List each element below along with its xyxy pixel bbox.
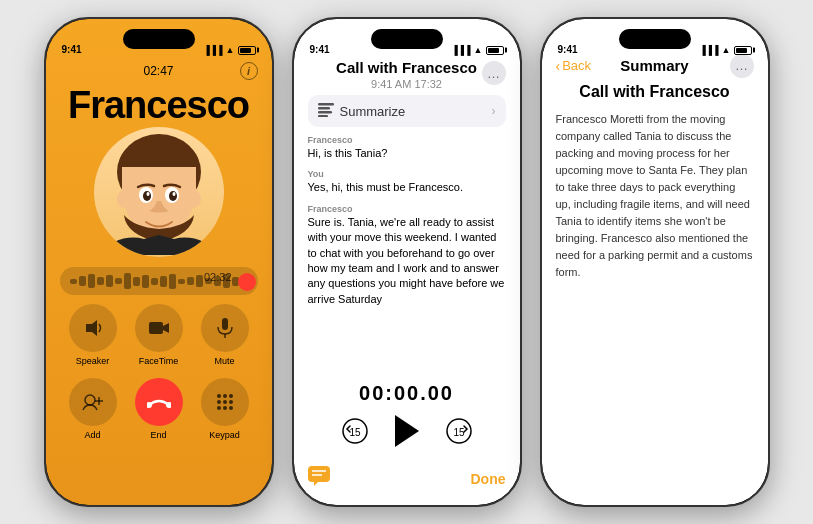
status-icons-1: ▐▐▐ ▲ [203,45,255,55]
mute-button[interactable]: Mute [201,304,249,366]
svg-rect-40 [308,466,330,482]
summarize-button[interactable]: Summarize › [308,95,506,127]
play-button[interactable] [389,413,425,449]
end-label: End [150,430,166,440]
memoji-face [94,127,224,257]
call-timer: 02:32 [204,271,232,283]
end-call-icon-circle [135,378,183,426]
facetime-icon-circle [135,304,183,352]
svg-marker-12 [86,320,97,336]
playback-time: 00:00.00 [359,382,454,405]
facetime-button[interactable]: FaceTime [135,304,183,366]
end-call-button[interactable]: End [135,378,183,440]
svg-point-22 [217,394,221,398]
add-icon-circle [69,378,117,426]
status-time-3: 9:41 [558,44,578,55]
svg-marker-14 [163,323,169,333]
transcript-title: Call with Francesco [324,59,490,77]
wave-segment [133,277,140,286]
back-label: Back [562,58,591,73]
svg-point-25 [217,400,221,404]
svg-point-17 [85,395,95,405]
call-controls: Speaker FaceTime [46,304,272,452]
signal-icon: ▐▐▐ [203,45,222,55]
signal-icon-2: ▐▐▐ [451,45,470,55]
svg-point-29 [223,406,227,410]
svg-point-10 [117,190,131,208]
done-button[interactable]: Done [471,471,506,487]
battery-icon [238,46,256,55]
wave-segment [124,273,131,289]
svg-rect-34 [318,115,328,117]
keypad-button[interactable]: Keypad [201,378,249,440]
svg-rect-31 [318,103,334,106]
wave-segment [97,277,104,285]
signal-icon-3: ▐▐▐ [699,45,718,55]
back-chevron-icon: ‹ [556,58,561,74]
wave-segment [178,279,185,284]
record-indicator [238,273,256,291]
svg-rect-15 [222,318,228,330]
wave-segment [142,275,149,288]
svg-rect-13 [149,322,163,334]
summary-call-title: Call with Francesco [556,83,754,101]
phone-summary: 9:41 ▐▐▐ ▲ ‹ Back Summary … Call with Fr… [540,17,770,507]
wave-segment [106,275,113,287]
controls-row-2: Add End [60,378,258,440]
battery-icon-2 [486,46,504,55]
wave-segment [169,274,176,289]
summarize-label: Summarize [340,104,486,119]
wave-segment [160,276,167,287]
status-time-2: 9:41 [310,44,330,55]
svg-point-7 [169,191,177,201]
rewind-button[interactable]: 15 [341,417,369,445]
fast-forward-button[interactable]: 15 [445,417,473,445]
svg-point-9 [172,192,175,196]
playback-area: 00:00.00 15 [294,382,520,449]
svg-rect-32 [318,107,330,110]
dynamic-island [123,29,195,49]
summary-text: Francesco Moretti from the moving compan… [556,111,754,281]
dynamic-island-2 [371,29,443,49]
mute-label: Mute [214,356,234,366]
wave-segment [151,278,158,285]
svg-point-28 [217,406,221,410]
summary-body: Call with Francesco Francesco Moretti fr… [556,83,754,281]
summarize-icon [318,103,334,120]
svg-rect-33 [318,111,332,114]
speaker-text-3: Sure is. Tania, we're all ready to assis… [308,215,506,307]
phone-transcript: 9:41 ▐▐▐ ▲ Call with Francesco 9:41 AM 1… [292,17,522,507]
add-label: Add [84,430,100,440]
caller-name: Francesco [46,84,272,127]
transcript-chat-icon [308,466,330,491]
transcript-more-button[interactable]: … [482,61,506,85]
svg-rect-3 [122,167,196,197]
speaker-name-1: Francesco [308,135,506,145]
speaker-text-1: Hi, is this Tania? [308,146,506,161]
back-button[interactable]: ‹ Back [556,58,592,74]
svg-text:15: 15 [349,427,361,438]
battery-icon-3 [734,46,752,55]
add-button[interactable]: Add [69,378,117,440]
keypad-icon-circle [201,378,249,426]
wave-segment [196,275,203,287]
svg-marker-37 [395,415,419,447]
svg-point-23 [223,394,227,398]
summary-nav-title: Summary [620,57,688,74]
svg-text:15: 15 [453,427,465,438]
transcript-footer: Done [308,466,506,491]
speaker-button[interactable]: Speaker [69,304,117,366]
wave-segment [79,276,86,286]
svg-point-26 [223,400,227,404]
transcript-block-1: Francesco Hi, is this Tania? [308,135,506,161]
wifi-icon-3: ▲ [722,45,731,55]
status-icons-3: ▐▐▐ ▲ [699,45,751,55]
svg-point-27 [229,400,233,404]
transcript-body: Francesco Hi, is this Tania? You Yes, hi… [308,135,506,365]
info-icon[interactable]: i [240,62,258,80]
svg-point-6 [143,191,151,201]
mute-icon-circle [201,304,249,352]
transcript-subtitle: 9:41 AM 17:32 [324,78,490,90]
status-icons-2: ▐▐▐ ▲ [451,45,503,55]
avatar [94,127,224,257]
